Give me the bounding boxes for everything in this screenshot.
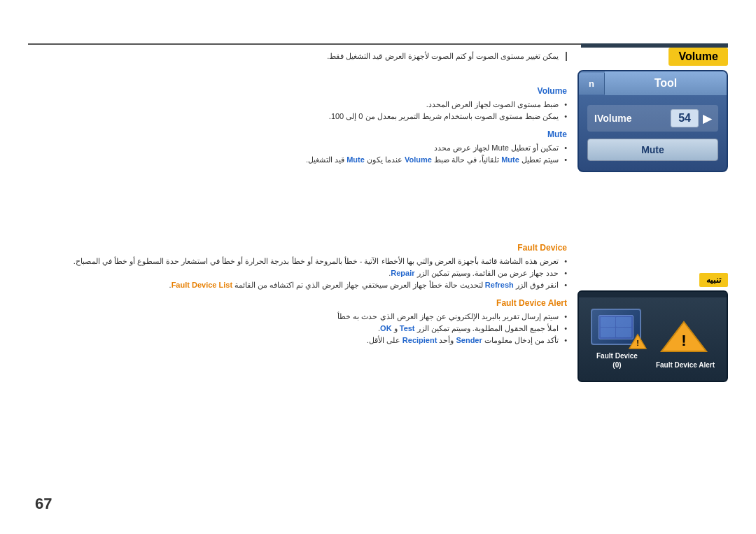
volume-row: IVolume 54 ▶: [587, 105, 718, 132]
tool-panel: n Tool IVolume 54 ▶ Mute: [578, 70, 728, 172]
fault-alert-bullet-2: املأ جميع الحقول المطلوبة. وسيتم تمكين ا…: [35, 324, 567, 333]
volume-value: 54: [671, 109, 699, 127]
tool-tab-tool: Tool: [605, 71, 727, 95]
volume-bullets: ضبط مستوى الصوت لجهاز العرض المحدد. يمكن…: [35, 100, 567, 121]
fault-device-bullet-3: انقر فوق الزر Refresh لتحديث حالة خطأ جه…: [35, 281, 567, 290]
mute-section-title: Mute: [35, 129, 567, 139]
volume-label: IVolume: [594, 113, 671, 124]
fault-panel: ! Fault Device (0) ! Fault Device Alert: [578, 290, 728, 382]
top-note: يمكن تغيير مستوى الصوت أو كتم الصوت لأجه…: [327, 52, 567, 61]
mute-bullets: تمكين أو تعطيل Mute لجهاز عرض محدد سيتم …: [35, 143, 567, 164]
volume-section-title: Volume: [35, 86, 567, 96]
fault-device-img: !: [591, 309, 643, 347]
mute-bullet-1: تمكين أو تعطيل Mute لجهاز عرض محدد: [35, 143, 567, 153]
volume-badge: Volume: [668, 48, 728, 66]
tool-panel-body: IVolume 54 ▶ Mute: [579, 95, 727, 171]
tanbih-badge: تنبيه: [699, 273, 728, 287]
fault-device-alert-bullets: سيتم إرسال تقرير بالبريد الإلكتروني عن ج…: [35, 312, 567, 345]
mute-button[interactable]: Mute: [587, 139, 718, 161]
page-number: 67: [35, 495, 52, 513]
fault-alert-bullet-1: سيتم إرسال تقرير بالبريد الإلكتروني عن ج…: [35, 312, 567, 321]
tool-panel-header: n Tool: [579, 71, 727, 95]
svg-text:!: !: [682, 332, 687, 349]
fault-device-alert-label: Fault Device Alert: [656, 360, 715, 370]
fault-device-section-title: Fault Device: [35, 243, 567, 253]
mute-bullet-2: سيتم تعطيل Mute تلقائياً، في حالة ضبط Vo…: [35, 155, 567, 164]
fault-panel-body: ! Fault Device (0) ! Fault Device Alert: [579, 297, 727, 381]
fault-device-alert-img: !: [659, 318, 711, 356]
fault-panel-header: [579, 292, 727, 297]
fault-device-bullet-1: تعرض هذه الشاشة قائمة بأجهزة العرض والتي…: [35, 257, 567, 266]
volume-bullet-2: يمكن ضبط مستوى الصوت باستخدام شريط التمر…: [35, 112, 567, 121]
fault-device-bullet-2: حدد جهاز عرض من القائمة. وسيتم تمكين الز…: [35, 269, 567, 278]
fault-device-label: Fault Device (0): [596, 351, 638, 370]
svg-text:!: !: [636, 339, 639, 347]
volume-arrow-icon[interactable]: ▶: [703, 112, 711, 125]
volume-bullet-1: ضبط مستوى الصوت لجهاز العرض المحدد.: [35, 100, 567, 109]
fault-alert-bullet-3: تأكد من إدخال معلومات Sender وأحد Recipi…: [35, 336, 567, 345]
fault-device-bullets: تعرض هذه الشاشة قائمة بأجهزة العرض والتي…: [35, 257, 567, 290]
left-content-area: يمكن تغيير مستوى الصوت أو كتم الصوت لأجه…: [35, 49, 567, 353]
fault-device-alert-icon: ! Fault Device Alert: [656, 318, 715, 370]
warning-triangle-icon: !: [628, 333, 648, 350]
tool-tab-n: n: [579, 73, 605, 94]
fault-device-alert-section-title: Fault Device Alert: [35, 298, 567, 308]
fault-device-icon: ! Fault Device (0): [591, 309, 643, 370]
